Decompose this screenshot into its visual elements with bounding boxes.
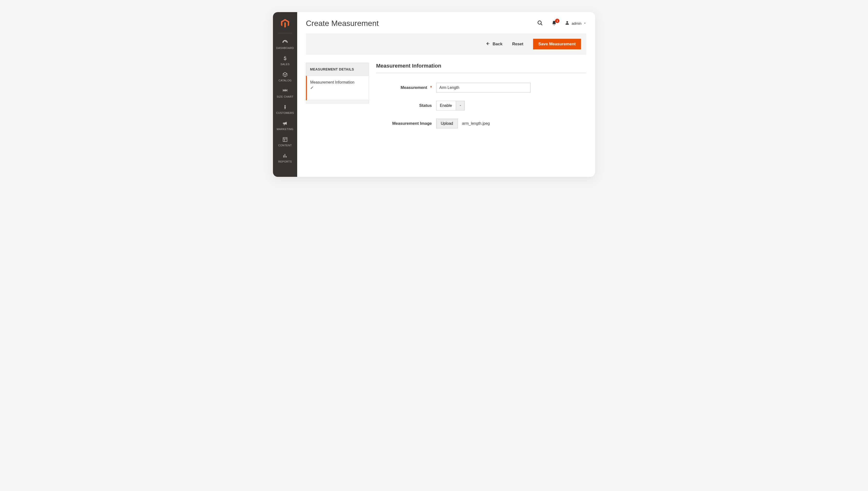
arrow-left-icon bbox=[485, 41, 490, 47]
search-icon bbox=[537, 20, 543, 27]
back-button[interactable]: Back bbox=[485, 41, 503, 47]
sidebar-label: SIZE CHART bbox=[276, 95, 293, 98]
label-measurement-image: Measurement Image bbox=[376, 121, 432, 126]
gauge-icon bbox=[281, 38, 289, 46]
tab-measurement-information[interactable]: Measurement Information bbox=[306, 76, 369, 100]
status-select-value: Enable bbox=[437, 101, 456, 110]
sidebar-item-dashboard[interactable]: DASHBOARD bbox=[273, 36, 297, 52]
caret-down-icon bbox=[583, 21, 586, 25]
form-column: Measurement Information Measurement * St… bbox=[376, 63, 586, 137]
user-menu[interactable]: admin bbox=[565, 21, 586, 26]
sidebar-label: MARKETING bbox=[277, 128, 294, 131]
required-asterisk: * bbox=[430, 85, 432, 90]
back-label: Back bbox=[492, 42, 503, 47]
person-icon bbox=[281, 104, 289, 111]
sidebar-item-reports[interactable]: REPORTS bbox=[273, 150, 297, 166]
label-measurement-text: Measurement bbox=[400, 85, 427, 90]
action-bar: Back Reset Save Measurement bbox=[306, 34, 586, 55]
measurement-input[interactable] bbox=[436, 83, 531, 92]
notification-badge: 1 bbox=[555, 19, 560, 23]
label-measurement: Measurement * bbox=[376, 85, 432, 90]
content-row: MEASUREMENT DETAILS Measurement Informat… bbox=[306, 63, 586, 137]
tab-column: MEASUREMENT DETAILS Measurement Informat… bbox=[306, 63, 369, 137]
svg-rect-0 bbox=[283, 138, 287, 142]
svg-line-4 bbox=[541, 24, 542, 25]
caret-down-icon bbox=[456, 101, 465, 110]
app-frame: DASHBOARD SALES CATALOG SIZE CHART CUSTO bbox=[273, 12, 595, 177]
sidebar-item-catalog[interactable]: CATALOG bbox=[273, 68, 297, 85]
tab-group-header: MEASUREMENT DETAILS bbox=[306, 63, 369, 76]
upload-button[interactable]: Upload bbox=[436, 119, 458, 128]
sidebar-label: DASHBOARD bbox=[276, 47, 294, 50]
notifications-button[interactable]: 1 bbox=[551, 20, 558, 27]
sidebar-item-content[interactable]: CONTENT bbox=[273, 134, 297, 150]
sidebar-label: CUSTOMERS bbox=[276, 111, 294, 114]
svg-point-3 bbox=[538, 21, 541, 24]
tab-item-label: Measurement Information bbox=[310, 80, 354, 84]
size-chart-icon bbox=[281, 87, 289, 94]
sidebar-item-size-chart[interactable]: SIZE CHART bbox=[273, 85, 297, 101]
user-label: admin bbox=[572, 21, 581, 25]
reset-label: Reset bbox=[512, 42, 523, 47]
row-measurement-image: Measurement Image Upload arm_length.jpeg bbox=[376, 119, 586, 128]
row-measurement: Measurement * bbox=[376, 83, 586, 92]
header: Create Measurement 1 ad bbox=[306, 19, 586, 28]
sidebar-label: SALES bbox=[280, 63, 290, 66]
sidebar-item-customers[interactable]: CUSTOMERS bbox=[273, 101, 297, 117]
reset-button[interactable]: Reset bbox=[512, 42, 523, 47]
sidebar-label: CATALOG bbox=[278, 79, 292, 82]
sidebar-label: CONTENT bbox=[278, 144, 292, 147]
page-title: Create Measurement bbox=[306, 19, 379, 28]
status-select[interactable]: Enable bbox=[436, 101, 465, 111]
header-actions: 1 admin bbox=[537, 20, 586, 27]
row-status: Status Enable bbox=[376, 101, 586, 111]
search-button[interactable] bbox=[537, 20, 543, 27]
sidebar-item-sales[interactable]: SALES bbox=[273, 52, 297, 68]
main: Create Measurement 1 ad bbox=[297, 12, 595, 177]
uploaded-filename: arm_length.jpeg bbox=[462, 121, 490, 126]
box-icon bbox=[281, 71, 289, 78]
tab-footer bbox=[306, 100, 369, 104]
magento-logo-icon bbox=[278, 17, 292, 30]
sidebar-item-marketing[interactable]: MARKETING bbox=[273, 117, 297, 134]
section-title: Measurement Information bbox=[376, 63, 586, 73]
dollar-icon bbox=[281, 55, 289, 62]
bar-chart-icon bbox=[281, 152, 289, 160]
layout-icon bbox=[281, 136, 289, 143]
label-status: Status bbox=[376, 103, 432, 108]
megaphone-icon bbox=[281, 120, 289, 127]
sidebar: DASHBOARD SALES CATALOG SIZE CHART CUSTO bbox=[273, 12, 297, 177]
pencil-icon bbox=[310, 86, 365, 90]
sidebar-label: REPORTS bbox=[278, 160, 292, 163]
user-icon bbox=[565, 21, 570, 26]
save-measurement-button[interactable]: Save Measurement bbox=[533, 39, 581, 50]
